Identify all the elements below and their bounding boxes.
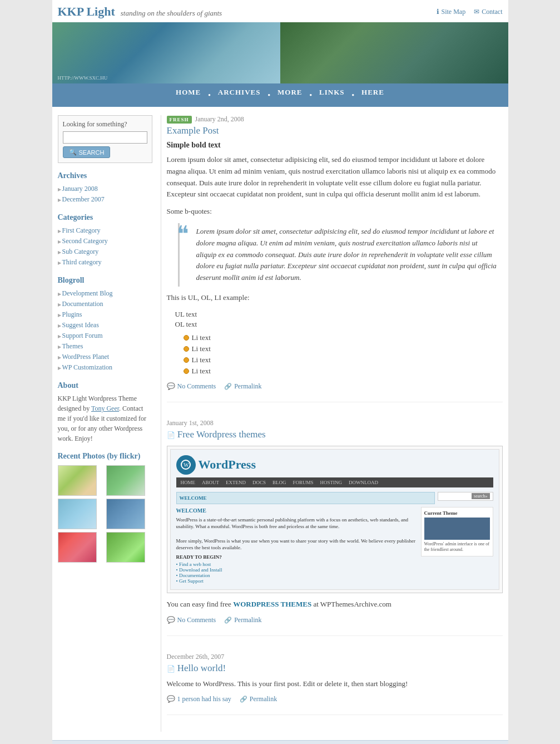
wp-logo-svg: W: [180, 459, 191, 470]
list-item: Third category: [58, 257, 152, 268]
wp-screenshot: W WordPress HOME ABOUT EXTEND DOCS BLOG …: [167, 446, 503, 593]
list-item: Suggest Ideas: [58, 320, 152, 331]
photo-thumb[interactable]: [58, 499, 97, 529]
fresh-badge: FRESH: [167, 116, 192, 124]
no-comments-link[interactable]: 💬 No Comments: [167, 382, 216, 391]
contact-link[interactable]: ✉ Contact: [474, 8, 502, 16]
photo-thumb[interactable]: [106, 465, 145, 496]
search-button[interactable]: 🔍 SEARCH: [63, 146, 111, 158]
blockquote-text: Lorem ipsum dolor sit amet, consectetur …: [196, 226, 497, 284]
nav-home[interactable]: HOME: [171, 86, 205, 98]
nav-archives[interactable]: ARCHIVES: [214, 86, 265, 98]
nav-here[interactable]: HERE: [357, 86, 389, 98]
li-bullet: [184, 346, 189, 352]
post-date: FRESH January 2nd, 2008: [167, 115, 503, 124]
wp-nav-item: FORUMS: [293, 480, 314, 485]
search-icon: 🔍: [69, 149, 77, 156]
nav-dot: •: [352, 91, 355, 99]
blogroll-title: Blogroll: [58, 276, 152, 285]
post-footer: 💬 1 person had his say 🔗 Permalink: [167, 695, 503, 703]
list-item: Development Blog: [58, 288, 152, 299]
categories-list: First Category Second Category Sub Categ…: [58, 225, 152, 268]
blogroll-wp-custom[interactable]: WP Customization: [62, 363, 113, 371]
cat-first[interactable]: First Category: [62, 226, 101, 234]
blogroll-plugins[interactable]: Plugins: [62, 311, 82, 318]
wp-nav-item: BLOG: [272, 480, 286, 485]
wp-nav-item: EXTEND: [226, 480, 246, 485]
list-item: UL text: [175, 309, 503, 319]
categories-widget: Categories First Category Second Categor…: [58, 213, 152, 268]
list-item: OL text: [175, 319, 503, 329]
wp-logo-text: WordPress: [199, 457, 256, 472]
wp-nav-item: HOSTING: [320, 480, 343, 485]
comments-link[interactable]: 💬 1 person had his say: [167, 695, 231, 703]
list-item: First Category: [58, 225, 152, 236]
post-body: Welcome to WordPress. This is your first…: [167, 678, 503, 690]
permalink-link[interactable]: 🔗 Permalink: [224, 382, 261, 391]
wp-content-area: WELCOME WordPress is a state-of-the-art …: [176, 507, 493, 584]
ol-list: Li text Li text Li text Li text: [167, 332, 503, 377]
wp-theme-text: WordPress' admin interface is one of the…: [424, 541, 490, 553]
wp-screenshot-inner: W WordPress HOME ABOUT EXTEND DOCS BLOG …: [170, 449, 499, 590]
info-icon: ℹ: [437, 8, 439, 16]
blogroll-suggest[interactable]: Suggest Ideas: [62, 321, 99, 329]
wp-logo-area: W WordPress: [176, 455, 493, 475]
post-body: You can easy find free WORDPRESS THEMES …: [167, 599, 503, 610]
blogroll-support[interactable]: Support Forum: [62, 332, 103, 339]
blogroll-widget: Blogroll Development Blog Documentation …: [58, 276, 152, 373]
comment-icon: 💬: [167, 382, 175, 391]
photo-thumb[interactable]: [58, 465, 97, 496]
blogroll-docs[interactable]: Documentation: [62, 300, 103, 308]
photos-title: Recent Photos (by flickr): [58, 452, 152, 461]
list-item: Sub Category: [58, 247, 152, 257]
photos-grid: [58, 465, 152, 563]
list-item: December 2007: [58, 194, 152, 205]
post-title[interactable]: Example Post: [167, 125, 503, 136]
photo-thumb[interactable]: [106, 532, 145, 563]
blogroll-themes[interactable]: Themes: [62, 342, 83, 350]
post-date: January 1st, 2008: [167, 419, 503, 427]
post-footer: 💬 No Comments 🔗 Permalink: [167, 616, 503, 624]
about-widget: About KKP Light Wordpress Theme designed…: [58, 381, 152, 444]
no-comments-link[interactable]: 💬 No Comments: [167, 616, 216, 624]
comment-icon: 💬: [167, 616, 175, 624]
nav-more[interactable]: MORE: [273, 86, 306, 98]
cat-third[interactable]: Third category: [62, 258, 102, 266]
blogroll-list: Development Blog Documentation Plugins S…: [58, 288, 152, 373]
li-bullet: [184, 357, 189, 363]
permalink-link[interactable]: 🔗 Permalink: [240, 695, 277, 703]
photo-thumb[interactable]: [58, 532, 97, 563]
wp-theme-preview: [424, 518, 490, 540]
wp-themes-link[interactable]: WORDPRESS THEMES: [233, 600, 311, 608]
wp-theme-title: Current Theme: [424, 510, 490, 516]
photo-thumb[interactable]: [106, 499, 145, 529]
post-wp-themes: January 1st, 2008 📄 Free Wordpress theme…: [167, 419, 503, 636]
blogroll-dev[interactable]: Development Blog: [62, 289, 113, 297]
photos-widget: Recent Photos (by flickr): [58, 452, 152, 563]
sitemap-link[interactable]: ℹ Site Map: [437, 8, 466, 16]
search-input[interactable]: [63, 131, 147, 144]
svg-text:W: W: [184, 462, 189, 468]
post-title[interactable]: 📄 Hello world!: [167, 663, 503, 674]
wp-sidebar-content: Current Theme WordPress' admin interface…: [421, 507, 493, 584]
archive-jan2008[interactable]: January 2008: [62, 185, 98, 193]
archives-list: January 2008 December 2007: [58, 184, 152, 205]
cat-sub[interactable]: Sub Category: [62, 248, 99, 255]
blogroll-wp-planet[interactable]: WordPress Planet: [62, 353, 110, 361]
author-link[interactable]: Tony Geer: [91, 405, 119, 412]
page-icon: 📄: [167, 665, 175, 673]
chain-icon: 🔗: [224, 617, 232, 624]
nav-links[interactable]: LINKS: [315, 86, 349, 98]
archive-dec2007[interactable]: December 2007: [62, 195, 105, 203]
cat-second[interactable]: Second Category: [62, 237, 108, 245]
site-footer: Site Design by Tony Geer | wordress temp…: [52, 740, 508, 744]
wp-nav-item: DOCS: [252, 480, 266, 485]
permalink-link[interactable]: 🔗 Permalink: [224, 616, 261, 624]
wp-search-bar: search»: [438, 492, 493, 501]
wp-logo-circle: W: [176, 455, 196, 475]
post-subtitle: Simple bold text: [167, 141, 503, 150]
post-title[interactable]: 📄 Free Wordpress themes: [167, 429, 503, 440]
page-icon: 📄: [167, 431, 175, 439]
list-item: January 2008: [58, 184, 152, 194]
li-bullet: [184, 335, 189, 341]
